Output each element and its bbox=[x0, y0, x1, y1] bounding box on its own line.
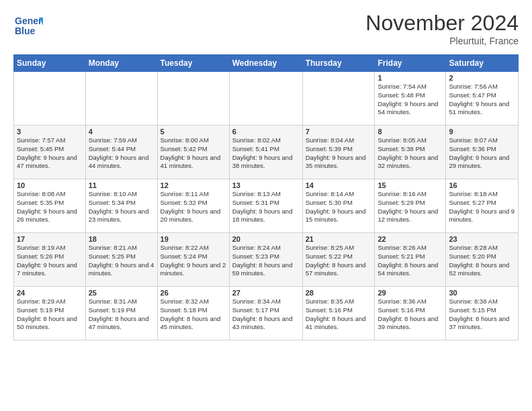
day-info-4-1: Sunrise: 8:31 AM Sunset: 5:19 PM Dayligh… bbox=[89, 298, 154, 332]
day-num-3-0: 17 bbox=[17, 235, 83, 243]
day-num-2-6: 16 bbox=[449, 181, 515, 189]
cell-3-5: 22Sunrise: 8:26 AM Sunset: 5:21 PM Dayli… bbox=[375, 233, 446, 287]
day-info-4-3: Sunrise: 8:34 AM Sunset: 5:17 PM Dayligh… bbox=[232, 298, 300, 332]
day-info-4-6: Sunrise: 8:38 AM Sunset: 5:15 PM Dayligh… bbox=[449, 298, 515, 332]
day-num-4-0: 24 bbox=[17, 289, 83, 297]
day-num-3-2: 19 bbox=[161, 235, 226, 243]
day-num-2-1: 11 bbox=[89, 181, 154, 189]
day-info-2-6: Sunrise: 8:18 AM Sunset: 5:27 PM Dayligh… bbox=[449, 190, 515, 224]
day-info-1-4: Sunrise: 8:04 AM Sunset: 5:39 PM Dayligh… bbox=[306, 136, 372, 171]
cell-0-1 bbox=[85, 72, 157, 126]
cell-1-2: 5Sunrise: 8:00 AM Sunset: 5:42 PM Daylig… bbox=[157, 126, 229, 179]
day-num-4-5: 29 bbox=[378, 289, 443, 297]
day-num-0-6: 2 bbox=[449, 74, 515, 82]
day-num-4-3: 27 bbox=[232, 289, 300, 297]
day-info-3-1: Sunrise: 8:21 AM Sunset: 5:25 PM Dayligh… bbox=[89, 244, 154, 278]
svg-text:General: General bbox=[15, 15, 43, 26]
cell-2-5: 15Sunrise: 8:16 AM Sunset: 5:29 PM Dayli… bbox=[375, 179, 446, 233]
day-info-3-4: Sunrise: 8:25 AM Sunset: 5:22 PM Dayligh… bbox=[306, 244, 372, 278]
cell-3-0: 17Sunrise: 8:19 AM Sunset: 5:26 PM Dayli… bbox=[14, 233, 86, 287]
day-info-3-2: Sunrise: 8:22 AM Sunset: 5:24 PM Dayligh… bbox=[161, 244, 226, 278]
day-info-0-6: Sunrise: 7:56 AM Sunset: 5:47 PM Dayligh… bbox=[449, 83, 515, 117]
cell-3-1: 18Sunrise: 8:21 AM Sunset: 5:25 PM Dayli… bbox=[85, 233, 157, 287]
day-info-3-5: Sunrise: 8:26 AM Sunset: 5:21 PM Dayligh… bbox=[378, 244, 443, 278]
week-row-4: 24Sunrise: 8:29 AM Sunset: 5:19 PM Dayli… bbox=[14, 287, 519, 340]
day-num-3-4: 21 bbox=[306, 235, 372, 243]
cell-2-6: 16Sunrise: 8:18 AM Sunset: 5:27 PM Dayli… bbox=[446, 179, 519, 233]
day-info-2-3: Sunrise: 8:13 AM Sunset: 5:31 PM Dayligh… bbox=[232, 190, 300, 224]
week-row-3: 17Sunrise: 8:19 AM Sunset: 5:26 PM Dayli… bbox=[14, 233, 519, 287]
day-num-2-4: 14 bbox=[306, 181, 372, 189]
th-wednesday: Wednesday bbox=[229, 55, 302, 72]
day-num-3-3: 20 bbox=[232, 235, 300, 243]
th-saturday: Saturday bbox=[446, 55, 519, 72]
cell-2-0: 10Sunrise: 8:08 AM Sunset: 5:35 PM Dayli… bbox=[14, 179, 86, 233]
cell-4-4: 28Sunrise: 8:35 AM Sunset: 5:16 PM Dayli… bbox=[302, 287, 375, 340]
day-info-1-2: Sunrise: 8:00 AM Sunset: 5:42 PM Dayligh… bbox=[161, 136, 226, 171]
header: General Blue November 2024 Pleurtuit, Fr… bbox=[13, 11, 519, 46]
cell-4-6: 30Sunrise: 8:38 AM Sunset: 5:15 PM Dayli… bbox=[446, 287, 519, 340]
calendar-header: Sunday Monday Tuesday Wednesday Thursday… bbox=[14, 55, 519, 72]
day-num-1-4: 7 bbox=[306, 128, 372, 136]
day-info-3-6: Sunrise: 8:28 AM Sunset: 5:20 PM Dayligh… bbox=[449, 244, 515, 278]
logo-svg: General Blue bbox=[13, 11, 43, 40]
day-info-2-1: Sunrise: 8:10 AM Sunset: 5:34 PM Dayligh… bbox=[89, 190, 154, 224]
day-num-3-1: 18 bbox=[89, 235, 154, 243]
cell-0-5: 1Sunrise: 7:54 AM Sunset: 5:48 PM Daylig… bbox=[375, 72, 446, 126]
day-info-0-5: Sunrise: 7:54 AM Sunset: 5:48 PM Dayligh… bbox=[378, 83, 443, 117]
cell-3-3: 20Sunrise: 8:24 AM Sunset: 5:23 PM Dayli… bbox=[229, 233, 302, 287]
day-num-0-5: 1 bbox=[378, 74, 443, 82]
th-thursday: Thursday bbox=[302, 55, 375, 72]
cell-4-3: 27Sunrise: 8:34 AM Sunset: 5:17 PM Dayli… bbox=[229, 287, 302, 340]
day-num-1-2: 5 bbox=[161, 128, 226, 136]
day-num-1-3: 6 bbox=[232, 128, 300, 136]
day-info-4-0: Sunrise: 8:29 AM Sunset: 5:19 PM Dayligh… bbox=[17, 298, 83, 332]
cell-0-6: 2Sunrise: 7:56 AM Sunset: 5:47 PM Daylig… bbox=[446, 72, 519, 126]
calendar-body: 1Sunrise: 7:54 AM Sunset: 5:48 PM Daylig… bbox=[14, 72, 519, 340]
day-info-1-5: Sunrise: 8:05 AM Sunset: 5:38 PM Dayligh… bbox=[378, 136, 443, 171]
calendar-table: Sunday Monday Tuesday Wednesday Thursday… bbox=[13, 54, 519, 340]
day-info-4-2: Sunrise: 8:32 AM Sunset: 5:18 PM Dayligh… bbox=[161, 298, 226, 332]
day-info-1-6: Sunrise: 8:07 AM Sunset: 5:36 PM Dayligh… bbox=[449, 136, 515, 171]
day-num-1-5: 8 bbox=[378, 128, 443, 136]
cell-1-6: 9Sunrise: 8:07 AM Sunset: 5:36 PM Daylig… bbox=[446, 126, 519, 179]
day-info-1-1: Sunrise: 7:59 AM Sunset: 5:44 PM Dayligh… bbox=[89, 136, 154, 171]
cell-0-4 bbox=[302, 72, 375, 126]
logo: General Blue bbox=[13, 11, 43, 43]
day-num-1-1: 4 bbox=[89, 128, 154, 136]
day-info-2-0: Sunrise: 8:08 AM Sunset: 5:35 PM Dayligh… bbox=[17, 190, 83, 224]
cell-4-1: 25Sunrise: 8:31 AM Sunset: 5:19 PM Dayli… bbox=[85, 287, 157, 340]
cell-2-3: 13Sunrise: 8:13 AM Sunset: 5:31 PM Dayli… bbox=[229, 179, 302, 233]
day-num-4-4: 28 bbox=[306, 289, 372, 297]
th-sunday: Sunday bbox=[14, 55, 86, 72]
day-info-3-0: Sunrise: 8:19 AM Sunset: 5:26 PM Dayligh… bbox=[17, 244, 83, 278]
day-info-4-4: Sunrise: 8:35 AM Sunset: 5:16 PM Dayligh… bbox=[306, 298, 372, 332]
day-info-1-3: Sunrise: 8:02 AM Sunset: 5:41 PM Dayligh… bbox=[232, 136, 300, 171]
day-num-3-5: 22 bbox=[378, 235, 443, 243]
day-num-1-0: 3 bbox=[17, 128, 83, 136]
location: Pleurtuit, France bbox=[365, 36, 519, 46]
day-num-4-1: 25 bbox=[89, 289, 154, 297]
day-info-2-5: Sunrise: 8:16 AM Sunset: 5:29 PM Dayligh… bbox=[378, 190, 443, 224]
cell-1-4: 7Sunrise: 8:04 AM Sunset: 5:39 PM Daylig… bbox=[302, 126, 375, 179]
day-num-2-5: 15 bbox=[378, 181, 443, 189]
cell-0-3 bbox=[229, 72, 302, 126]
cell-2-1: 11Sunrise: 8:10 AM Sunset: 5:34 PM Dayli… bbox=[85, 179, 157, 233]
week-row-0: 1Sunrise: 7:54 AM Sunset: 5:48 PM Daylig… bbox=[14, 72, 519, 126]
day-num-3-6: 23 bbox=[449, 235, 515, 243]
cell-1-5: 8Sunrise: 8:05 AM Sunset: 5:38 PM Daylig… bbox=[375, 126, 446, 179]
cell-3-2: 19Sunrise: 8:22 AM Sunset: 5:24 PM Dayli… bbox=[157, 233, 229, 287]
logo-icon: General Blue bbox=[13, 11, 43, 43]
cell-1-1: 4Sunrise: 7:59 AM Sunset: 5:44 PM Daylig… bbox=[85, 126, 157, 179]
cell-1-0: 3Sunrise: 7:57 AM Sunset: 5:45 PM Daylig… bbox=[14, 126, 86, 179]
day-num-2-3: 13 bbox=[232, 181, 300, 189]
day-num-2-0: 10 bbox=[17, 181, 83, 189]
day-info-4-5: Sunrise: 8:36 AM Sunset: 5:16 PM Dayligh… bbox=[378, 298, 443, 332]
day-info-2-4: Sunrise: 8:14 AM Sunset: 5:30 PM Dayligh… bbox=[306, 190, 372, 224]
day-num-1-6: 9 bbox=[449, 128, 515, 136]
day-num-4-2: 26 bbox=[161, 289, 226, 297]
week-row-1: 3Sunrise: 7:57 AM Sunset: 5:45 PM Daylig… bbox=[14, 126, 519, 179]
cell-3-6: 23Sunrise: 8:28 AM Sunset: 5:20 PM Dayli… bbox=[446, 233, 519, 287]
page: General Blue November 2024 Pleurtuit, Fr… bbox=[0, 0, 532, 347]
month-title: November 2024 bbox=[365, 11, 519, 36]
